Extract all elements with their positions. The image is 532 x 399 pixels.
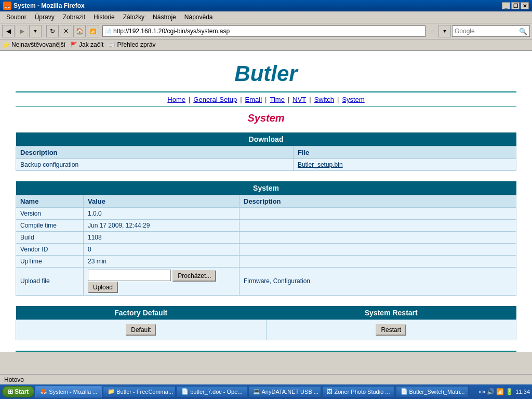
bookmark-jak-zacit[interactable]: 🚩 Jak začít (70, 41, 103, 49)
nav-switch[interactable]: Switch (314, 96, 334, 103)
dropdown-history-button[interactable]: ▼ (29, 25, 42, 37)
window-title: System - Mozilla Firefox (14, 2, 85, 9)
rss-button[interactable]: 📶 (87, 25, 99, 37)
default-button[interactable]: Default (126, 324, 156, 336)
menu-zalozky[interactable]: Záložky (119, 12, 149, 22)
upload-file-cell: Procházet... Upload (84, 268, 240, 296)
table-row: UpTime 23 min (16, 256, 516, 268)
home-button[interactable]: 🏠 (73, 25, 86, 37)
system-table: System Name Value Description Version 1.… (16, 181, 516, 296)
menu-nastroje[interactable]: Nástroje (149, 12, 180, 22)
bookmark-label-2: Jak začít (79, 41, 103, 48)
restart-button[interactable]: Restart (376, 324, 406, 336)
minimize-button[interactable]: _ (502, 2, 510, 9)
upload-file-input[interactable] (88, 270, 171, 281)
menu-upravy[interactable]: Úpravy (31, 12, 59, 22)
bookmark-label-1: Nejnavštěvovanější (11, 41, 65, 48)
row-compiletime-name: Compile time (16, 220, 84, 232)
bookmark-star-button[interactable]: ☆ (430, 27, 436, 35)
upload-button[interactable]: Upload (88, 282, 118, 293)
page-subtitle: System (16, 112, 516, 124)
table-row: Version 1.0.0 (16, 208, 516, 220)
brand-title: Butler (16, 61, 516, 86)
system-restart-cell: Restart (266, 320, 516, 340)
upload-file-label: Upload file (16, 268, 84, 296)
row-compiletime-value: Jun 17 2009, 12:44:29 (84, 220, 240, 232)
menu-soubor[interactable]: Soubor (2, 12, 31, 22)
restore-button[interactable]: ❐ (511, 2, 520, 9)
row-uptime-desc (240, 256, 516, 268)
row-version-value: 1.0.0 (84, 208, 240, 220)
menu-zobrazit[interactable]: Zobrazit (59, 12, 89, 22)
back-button[interactable]: ◀ (2, 25, 15, 37)
browse-button[interactable]: Procházet... (172, 270, 216, 282)
bottom-table: Factory Default System Restart Default R… (16, 306, 516, 340)
factory-default-title: Factory Default (16, 306, 267, 320)
nav-email[interactable]: Email (245, 96, 262, 103)
nav-general-setup[interactable]: General Setup (193, 96, 237, 103)
menu-historie[interactable]: Historie (89, 12, 119, 22)
refresh-button[interactable]: ↻ (46, 25, 59, 37)
page-icon: 📄 (105, 29, 111, 34)
menu-napoveda[interactable]: Nápověda (180, 12, 217, 22)
factory-default-cell: Default (16, 320, 267, 340)
star-icon: ⭐ (2, 41, 10, 49)
search-icon[interactable]: 🔍 (519, 28, 527, 35)
search-input[interactable] (455, 28, 519, 35)
download-col-file: File (293, 147, 516, 159)
row-uptime-value: 23 min (84, 256, 240, 268)
system-col-value: Value (84, 195, 240, 208)
download-row-description: Backup configuration (16, 159, 294, 171)
bookmark-nejnavstevovanejsi[interactable]: ⭐ Nejnavštěvovanější (2, 41, 65, 49)
nav-divider-bottom (16, 107, 516, 107)
page-footer: Butler:For more information try http://w… (16, 351, 516, 353)
forward-button[interactable]: ▶ (16, 25, 28, 37)
system-title: System (16, 181, 516, 195)
nav-system[interactable]: System (342, 96, 364, 103)
browser-content: Butler Home | General Setup | Email | Ti… (0, 51, 532, 352)
row-vendorid-desc (240, 244, 516, 256)
row-build-desc (240, 232, 516, 244)
row-version-name: Version (16, 208, 84, 220)
news-icon: 📰 (108, 41, 116, 49)
flag-icon: 🚩 (70, 41, 78, 49)
table-row: Compile time Jun 17 2009, 12:44:29 (16, 220, 516, 232)
address-bar: 📄 (102, 25, 425, 37)
titlebar: 🦊 System - Mozilla Firefox _ ❐ ✕ (0, 0, 532, 11)
bookmark-prehled-zprav[interactable]: 📰 Přehled zpráv (108, 41, 155, 49)
bookmarks-bar: ⭐ Nejnavštěvovanější 🚩 Jak začít 📰 Přehl… (0, 39, 532, 51)
row-build-value: 1108 (84, 232, 240, 244)
bookmark-label-3: Přehled zpráv (117, 41, 155, 48)
table-row: Build 1108 (16, 232, 516, 244)
row-vendorid-name: Vendor ID (16, 244, 84, 256)
row-build-name: Build (16, 232, 84, 244)
system-col-name: Name (16, 195, 84, 208)
window-controls: _ ❐ ✕ (502, 2, 529, 9)
row-version-desc (240, 208, 516, 220)
stop-button[interactable]: ✕ (60, 25, 72, 37)
download-row-file[interactable]: Butler_setup.bin (293, 159, 516, 171)
system-col-description: Description (240, 195, 516, 208)
browser-toolbar: ◀ ▶ ▼ ↻ ✕ 🏠 📶 📄 ☆ ▼ 🔍 (0, 23, 532, 39)
nav-nvt[interactable]: NVT (292, 96, 306, 103)
row-vendorid-value: 0 (84, 244, 240, 256)
upload-description: Firmware, Configuration (240, 268, 516, 296)
toolbar-separator-1 (44, 25, 44, 37)
page-body: Butler Home | General Setup | Email | Ti… (0, 51, 532, 352)
row-compiletime-desc (240, 220, 516, 232)
nav-bar: Home | General Setup | Email | Time | NV… (16, 92, 516, 107)
search-bar: 🔍 (452, 25, 530, 37)
nav-time[interactable]: Time (270, 96, 285, 103)
table-row: Vendor ID 0 (16, 244, 516, 256)
menubar: Soubor Úpravy Zobrazit Historie Záložky … (0, 11, 532, 23)
system-restart-title: System Restart (266, 306, 516, 320)
nav-home[interactable]: Home (167, 96, 185, 103)
firefox-icon: 🦊 (3, 2, 11, 10)
row-uptime-name: UpTime (16, 256, 84, 268)
table-row-upload: Upload file Procházet... Upload Firmware… (16, 268, 516, 296)
address-input[interactable] (113, 28, 423, 35)
bookmark-arrow-button[interactable]: ▼ (438, 25, 451, 37)
close-button[interactable]: ✕ (521, 2, 529, 9)
download-title: Download (16, 132, 516, 147)
download-table: Download Description File Backup configu… (16, 132, 516, 171)
